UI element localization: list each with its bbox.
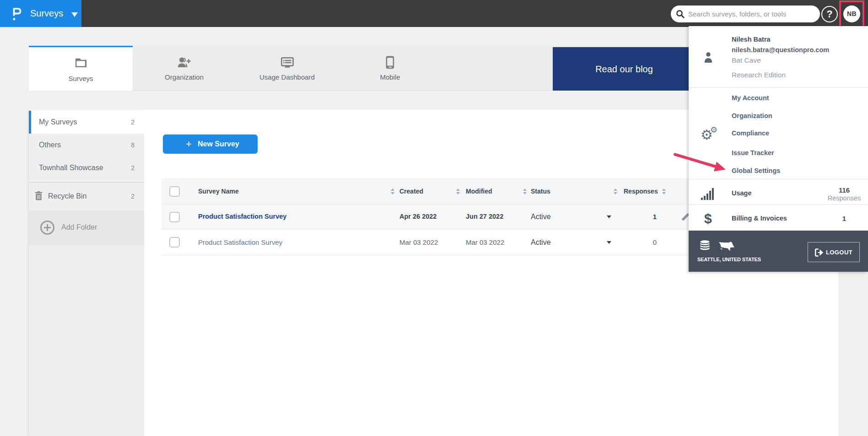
blog-button-label: Read our blog (553, 64, 695, 75)
row-checkbox[interactable] (169, 212, 180, 222)
column-header-survey-name[interactable]: Survey Name (198, 188, 239, 195)
tab-label: Mobile (339, 73, 442, 81)
sort-icon[interactable] (662, 188, 666, 194)
plus-circle-icon (40, 221, 54, 235)
folder-icon (29, 57, 133, 68)
column-header-modified[interactable]: Modified (466, 188, 492, 195)
usage-unit: Responses (826, 194, 863, 202)
menu-item-my-account[interactable]: My Account (732, 94, 769, 102)
sort-icon[interactable] (391, 188, 394, 194)
usa-map-icon (718, 240, 735, 252)
datacenter-location: SEATTLE, UNITED STATES (697, 257, 761, 262)
tab-usage-dashboard[interactable]: Usage Dashboard (236, 46, 339, 91)
sidebar-divider (29, 179, 144, 183)
sidebar-item-townhall-showcase[interactable]: Townhall Showcase 2 (29, 156, 144, 179)
menu-divider (689, 205, 868, 205)
column-header-responses[interactable]: Responses (624, 188, 658, 195)
menu-divider (689, 179, 868, 179)
menu-divider (689, 87, 868, 88)
select-all-checkbox[interactable] (169, 186, 180, 197)
user-account-menu: Nilesh Batra nilesh.batra@questionpro.co… (689, 26, 868, 272)
dollar-icon: $ (704, 211, 712, 226)
sort-icon[interactable] (614, 188, 617, 194)
status-dropdown-caret-icon[interactable] (607, 215, 611, 218)
database-icon (700, 240, 710, 251)
responses-cell: 1 (629, 213, 657, 221)
menu-item-usage[interactable]: Usage (732, 189, 752, 197)
sidebar-item-my-surveys[interactable]: My Surveys 2 (29, 111, 144, 134)
tab-label: Organization (133, 73, 236, 81)
billing-value: 1 (826, 215, 863, 222)
product-name: Surveys (30, 8, 63, 19)
logout-icon (814, 248, 824, 258)
trash-icon (35, 191, 43, 200)
top-bar: Surveys ? NB (0, 0, 868, 27)
folders-sidebar: My Surveys 2 Others 8 Townhall Showcase … (29, 111, 144, 436)
column-header-created[interactable]: Created (399, 188, 423, 195)
search-icon (675, 9, 685, 19)
menu-item-compliance[interactable]: Compliance (732, 129, 769, 138)
folder-label: Recycle Bin (48, 192, 86, 200)
folder-count: 8 (131, 141, 135, 149)
folder-label: My Surveys (39, 118, 77, 126)
column-header-status[interactable]: Status (531, 188, 550, 195)
created-cell: Mar 03 2022 (399, 238, 438, 246)
logout-label: LOGOUT (826, 249, 852, 256)
user-email: nilesh.batra@questionpro.com (732, 46, 829, 54)
responses-cell: 0 (629, 238, 657, 246)
status-dropdown-caret-icon[interactable] (607, 241, 611, 244)
folder-count: 2 (131, 164, 135, 172)
tab-label: Usage Dashboard (236, 73, 339, 81)
folder-count: 2 (131, 118, 135, 126)
settings-gears-icon: ⚙⚙ (701, 127, 719, 142)
mobile-phone-icon (339, 57, 442, 68)
dashboard-screen-icon (236, 57, 339, 68)
questionpro-surveys-page: Surveys ? NB Surveys (0, 0, 868, 436)
folder-label: Others (39, 141, 61, 149)
menu-item-issue-tracker[interactable]: Issue Tracker (732, 149, 774, 157)
survey-name-link[interactable]: Product Satisfaction Survey (198, 213, 286, 220)
new-survey-label: New Survey (198, 140, 239, 148)
plus-icon: + (186, 138, 192, 150)
license-edition: Research Edition (732, 71, 786, 79)
add-folder-label: Add Folder (61, 223, 97, 231)
chevron-down-icon (71, 12, 78, 17)
help-button[interactable]: ? (821, 6, 838, 22)
person-add-icon (133, 57, 236, 68)
avatar-highlight-annotation: NB (839, 0, 864, 28)
sort-icon[interactable] (456, 188, 460, 194)
modified-cell: Jun 27 2022 (466, 213, 503, 220)
user-menu-footer: SEATTLE, UNITED STATES LOGOUT (689, 231, 868, 272)
modified-cell: Mar 03 2022 (466, 238, 504, 246)
usage-bars-icon (701, 187, 717, 200)
tab-label: Surveys (29, 75, 133, 82)
user-avatar[interactable]: NB (843, 5, 860, 22)
survey-name-link[interactable]: Product Satisfaction Survey (198, 238, 282, 246)
tab-surveys[interactable]: Surveys (29, 46, 133, 91)
folder-label: Townhall Showcase (39, 164, 103, 172)
tab-mobile[interactable]: Mobile (339, 46, 442, 91)
logout-button[interactable]: LOGOUT (808, 242, 860, 262)
questionpro-logo-icon (12, 7, 22, 22)
tab-organization[interactable]: Organization (133, 46, 236, 91)
sidebar-item-others[interactable]: Others 8 (29, 134, 144, 156)
add-folder-button[interactable]: Add Folder (29, 210, 144, 245)
user-full-name: Nilesh Batra (732, 36, 771, 43)
status-cell[interactable]: Active (531, 238, 551, 247)
sidebar-item-recycle-bin[interactable]: Recycle Bin 2 (29, 183, 144, 210)
sort-icon[interactable] (523, 188, 527, 194)
row-checkbox[interactable] (169, 237, 180, 248)
status-cell[interactable]: Active (531, 213, 551, 221)
folder-count: 2 (131, 193, 135, 200)
new-survey-button[interactable]: + New Survey (163, 135, 258, 154)
user-company: Bat Cave (732, 56, 761, 65)
user-profile-icon (704, 52, 713, 63)
product-switcher[interactable]: Surveys (0, 0, 81, 27)
search-input[interactable] (688, 6, 814, 22)
menu-item-billing[interactable]: Billing & Invoices (732, 215, 787, 222)
usage-value: 116 (826, 186, 863, 194)
menu-item-global-settings[interactable]: Global Settings (732, 167, 780, 175)
global-search (671, 5, 820, 22)
menu-item-organization[interactable]: Organization (732, 112, 772, 120)
created-cell: Apr 26 2022 (399, 213, 437, 220)
